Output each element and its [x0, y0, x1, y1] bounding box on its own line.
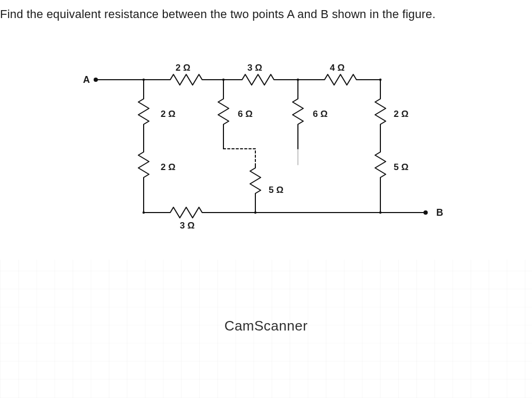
- resistor-v-5a: [375, 149, 386, 181]
- svg-point-4: [143, 211, 145, 214]
- circuit-svg: [85, 58, 458, 234]
- label-r-bot-3: 3 Ω: [180, 221, 195, 231]
- wire-dashed: [223, 149, 255, 165]
- label-r-v-6a: 6 Ω: [238, 109, 253, 120]
- label-r-v-5a: 5 Ω: [394, 162, 409, 173]
- circuit-diagram: A B 2 Ω 3 Ω 4 Ω 2 Ω 2 Ω 6 Ω 5 Ω 6 Ω 2 Ω …: [85, 58, 458, 234]
- svg-point-5: [254, 211, 256, 214]
- label-r-v-2a: 2 Ω: [161, 109, 176, 120]
- label-r-v-6b: 6 Ω: [313, 109, 328, 120]
- svg-point-3: [379, 79, 381, 81]
- resistor-bot-3: [165, 207, 207, 218]
- resistor-top-4: [319, 74, 362, 85]
- label-r-v-5b: 5 Ω: [269, 185, 284, 196]
- label-r-v-2b: 2 Ω: [161, 162, 176, 173]
- svg-point-0: [143, 79, 145, 81]
- resistor-v-2a: [138, 96, 149, 128]
- svg-point-6: [379, 211, 381, 214]
- node-b-label: B: [436, 207, 443, 218]
- resistor-v-2b: [138, 149, 149, 181]
- svg-point-2: [297, 79, 299, 81]
- resistor-top-2: [165, 74, 207, 85]
- node-a-label: A: [83, 74, 90, 86]
- label-r-top-4: 4 Ω: [330, 63, 345, 73]
- node-b-dot: [423, 210, 428, 215]
- question-text: Find the equivalent resistance between t…: [0, 7, 436, 21]
- resistor-v-6a: [218, 96, 229, 128]
- resistor-top-3: [237, 74, 279, 85]
- resistor-v-2c: [375, 96, 386, 128]
- svg-point-1: [222, 79, 225, 81]
- label-r-v-2c: 2 Ω: [394, 109, 409, 120]
- resistor-v-6b: [293, 96, 303, 128]
- watermark-text: CamScanner: [225, 318, 308, 334]
- resistor-v-5b: [250, 165, 261, 197]
- label-r-top-3: 3 Ω: [247, 63, 262, 73]
- label-r-top-2: 2 Ω: [176, 63, 190, 73]
